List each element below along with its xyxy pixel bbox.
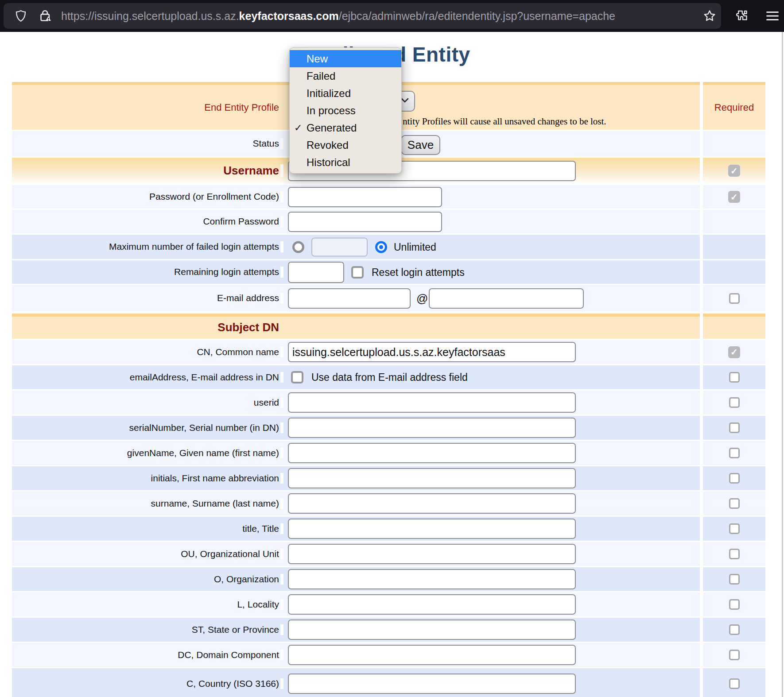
reset-login-attempts-label: Reset login attempts xyxy=(372,266,465,278)
label-email-address: E-mail address xyxy=(12,293,283,303)
required-cell-initials xyxy=(703,466,765,490)
status-option-label: In process xyxy=(307,105,356,117)
given-name-input[interactable] xyxy=(288,443,576,463)
cell-email-address: E-mail address@ xyxy=(12,285,700,311)
domain-component-input[interactable] xyxy=(288,645,576,665)
required-cell-confirm-password xyxy=(703,210,765,233)
userid-input[interactable] xyxy=(288,392,576,413)
required-cell-organizational-unit xyxy=(703,542,765,566)
cell-country: C, Country (ISO 3166) xyxy=(12,668,700,697)
lock-warning-icon[interactable] xyxy=(38,8,53,24)
status-option-label: New xyxy=(307,53,328,65)
required-checkbox-checked: ✓ xyxy=(728,346,740,358)
required-cell-password: ✓ xyxy=(703,185,765,209)
cell-title: title, Title xyxy=(12,517,700,541)
status-option-label: Historical xyxy=(307,156,350,169)
save-button[interactable]: Save xyxy=(401,135,440,155)
confirm-password-input[interactable] xyxy=(288,212,442,232)
row-organizational-unit: OU, Organizational Unit xyxy=(12,542,765,566)
status-option-failed[interactable]: Failed xyxy=(290,67,401,85)
required-cell-title xyxy=(703,517,765,541)
url-path: /ejbca/adminweb/ra/editendentity.jsp?use… xyxy=(339,10,615,23)
cell-organizational-unit: OU, Organizational Unit xyxy=(12,542,700,566)
row-organization: O, Organization xyxy=(12,567,765,591)
required-checkbox[interactable] xyxy=(729,448,740,458)
required-checkbox[interactable] xyxy=(729,523,740,534)
url-prefix: https://issuing.selcertupload.us.s.az. xyxy=(61,10,239,23)
country-input[interactable] xyxy=(288,674,576,694)
organization-input[interactable] xyxy=(288,569,576,589)
required-checkbox[interactable] xyxy=(729,678,740,689)
max-failed-unlimited-radio[interactable] xyxy=(375,241,387,253)
required-checkbox[interactable] xyxy=(729,473,740,484)
status-option-initialized[interactable]: Initialized xyxy=(290,85,401,102)
required-checkbox[interactable] xyxy=(729,397,740,408)
required-cell-cn-common-name: ✓ xyxy=(703,340,765,364)
required-cell-serial-number xyxy=(703,416,765,440)
row-initials: initials, First name abbreviation xyxy=(12,466,765,490)
serial-number-input[interactable] xyxy=(288,418,576,438)
required-checkbox[interactable] xyxy=(729,574,740,585)
label-max-failed-logins: Maximum number of failed login attempts xyxy=(12,241,283,252)
menu-hamburger-icon[interactable] xyxy=(765,10,780,22)
row-country: C, Country (ISO 3166) xyxy=(12,668,765,697)
cell-password: Password (or Enrollment Code) xyxy=(12,185,700,209)
status-option-in-process[interactable]: In process xyxy=(290,102,401,119)
row-state-province: ST, State or Province xyxy=(12,618,765,642)
required-cell-organization xyxy=(703,567,765,591)
screen: https://issuing.selcertupload.us.s.az.ke… xyxy=(0,0,784,697)
status-option-generated[interactable]: ✓Generated xyxy=(290,119,401,136)
max-failed-specify-radio[interactable] xyxy=(292,241,304,253)
required-checkbox[interactable] xyxy=(729,498,740,509)
email-local-input[interactable] xyxy=(288,288,411,309)
cell-remaining-logins: Remaining login attemptsReset login atte… xyxy=(12,260,700,284)
surname-input[interactable] xyxy=(288,493,576,514)
required-cell-given-name xyxy=(703,441,765,465)
locality-input[interactable] xyxy=(288,594,576,615)
label-password: Password (or Enrollment Code) xyxy=(12,191,283,202)
email-domain-input[interactable] xyxy=(429,288,584,309)
label-initials: initials, First name abbreviation xyxy=(12,473,283,484)
remaining-logins-input[interactable] xyxy=(288,262,344,283)
required-checkbox[interactable] xyxy=(729,372,740,383)
shield-icon[interactable] xyxy=(14,8,27,23)
reset-login-attempts-checkbox[interactable] xyxy=(351,266,364,279)
label-subject-dn: Subject DN xyxy=(12,321,283,334)
required-checkbox[interactable] xyxy=(729,293,740,304)
label-username: Username xyxy=(12,164,283,178)
required-checkbox[interactable] xyxy=(729,422,740,433)
cell-given-name: givenName, Given name (first name) xyxy=(12,441,700,465)
required-checkbox[interactable] xyxy=(729,599,740,610)
title-input[interactable] xyxy=(288,519,576,539)
label-locality: L, Locality xyxy=(12,599,283,610)
required-checkbox[interactable] xyxy=(729,650,740,660)
cell-domain-component: DC, Domain Component xyxy=(12,643,700,667)
organizational-unit-input[interactable] xyxy=(288,544,576,564)
label-surname: surname, Surname (last name) xyxy=(12,498,283,509)
state-province-input[interactable] xyxy=(288,620,576,640)
cell-serial-number: serialNumber, Serial number (in DN) xyxy=(12,416,700,440)
extensions-puzzle-icon[interactable] xyxy=(734,8,749,23)
status-option-revoked[interactable]: Revoked xyxy=(290,136,401,154)
bookmark-star-icon[interactable] xyxy=(702,9,717,23)
status-option-new[interactable]: New xyxy=(290,50,401,67)
status-option-historical[interactable]: Historical xyxy=(290,154,401,171)
password-input[interactable] xyxy=(288,187,442,207)
scrollbar[interactable] xyxy=(782,32,783,697)
email-in-dn-checkbox[interactable] xyxy=(291,371,303,383)
required-checkbox[interactable] xyxy=(729,624,740,635)
required-checkbox-checked: ✓ xyxy=(728,191,740,203)
required-cell-end-entity-profile: Required xyxy=(703,82,765,130)
initials-input[interactable] xyxy=(288,468,576,488)
address-bar[interactable]: https://issuing.selcertupload.us.s.az.ke… xyxy=(4,3,721,29)
required-cell-email-address xyxy=(703,285,765,311)
url-text[interactable]: https://issuing.selcertupload.us.s.az.ke… xyxy=(61,3,615,29)
status-dropdown-popup[interactable]: NewFailedInitializedIn process✓Generated… xyxy=(289,47,402,174)
row-password: Password (or Enrollment Code)✓ xyxy=(12,185,765,209)
label-state-province: ST, State or Province xyxy=(12,624,283,635)
row-email-address: E-mail address@ xyxy=(12,285,765,311)
required-cell-state-province xyxy=(703,618,765,642)
required-cell-country xyxy=(703,668,765,697)
cn-common-name-input[interactable]: issuing.selcertupload.us.s.az.keyfactors… xyxy=(288,342,576,362)
required-checkbox[interactable] xyxy=(729,549,740,559)
